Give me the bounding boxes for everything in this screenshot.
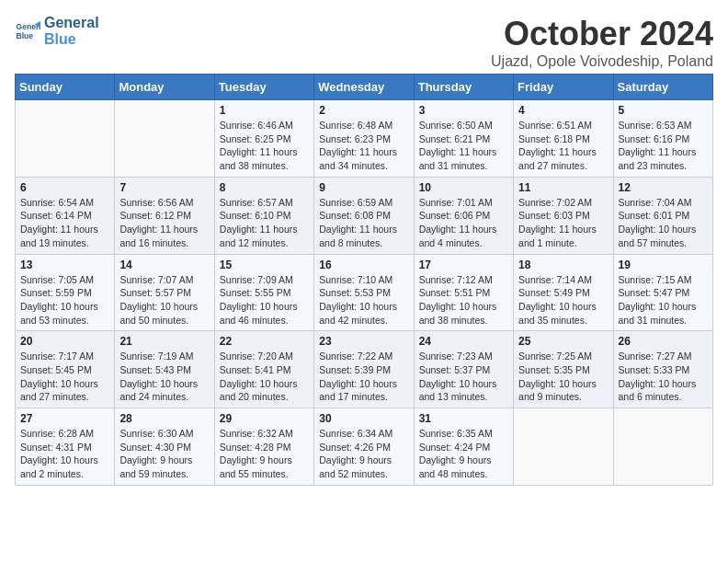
- day-number: 21: [119, 335, 209, 348]
- day-number: 1: [220, 104, 309, 117]
- header-saturday: Saturday: [613, 75, 712, 100]
- day-number: 15: [220, 259, 309, 271]
- day-number: 2: [319, 104, 408, 117]
- day-number: 5: [619, 104, 708, 117]
- day-number: 18: [518, 259, 608, 271]
- day-cell: 1Sunrise: 6:46 AM Sunset: 6:25 PM Daylig…: [214, 100, 313, 178]
- day-number: 7: [119, 181, 209, 194]
- day-cell: 28Sunrise: 6:30 AM Sunset: 4:30 PM Dayli…: [115, 408, 214, 486]
- day-info: Sunrise: 6:59 AM Sunset: 6:08 PM Dayligh…: [319, 196, 408, 250]
- day-info: Sunrise: 7:20 AM Sunset: 5:41 PM Dayligh…: [220, 350, 309, 404]
- day-info: Sunrise: 7:01 AM Sunset: 6:06 PM Dayligh…: [419, 196, 508, 250]
- day-number: 9: [319, 181, 408, 194]
- day-info: Sunrise: 6:56 AM Sunset: 6:12 PM Dayligh…: [119, 196, 209, 250]
- day-cell: 19Sunrise: 7:15 AM Sunset: 5:47 PM Dayli…: [613, 254, 712, 331]
- day-cell: 14Sunrise: 7:07 AM Sunset: 5:57 PM Dayli…: [115, 254, 214, 331]
- day-info: Sunrise: 6:48 AM Sunset: 6:23 PM Dayligh…: [319, 119, 408, 173]
- day-cell: 18Sunrise: 7:14 AM Sunset: 5:49 PM Dayli…: [514, 254, 613, 331]
- week-row-4: 20Sunrise: 7:17 AM Sunset: 5:45 PM Dayli…: [16, 331, 713, 408]
- day-number: 29: [220, 412, 309, 425]
- day-info: Sunrise: 6:28 AM Sunset: 4:31 PM Dayligh…: [20, 427, 109, 481]
- day-info: Sunrise: 7:25 AM Sunset: 5:35 PM Dayligh…: [518, 350, 608, 404]
- header-tuesday: Tuesday: [214, 75, 313, 100]
- day-cell: [115, 100, 214, 178]
- day-cell: 6Sunrise: 6:54 AM Sunset: 6:14 PM Daylig…: [16, 177, 115, 254]
- day-cell: 23Sunrise: 7:22 AM Sunset: 5:39 PM Dayli…: [314, 331, 414, 408]
- day-number: 11: [518, 181, 608, 194]
- day-cell: 30Sunrise: 6:34 AM Sunset: 4:26 PM Dayli…: [314, 408, 414, 486]
- day-cell: 20Sunrise: 7:17 AM Sunset: 5:45 PM Dayli…: [16, 331, 115, 408]
- day-info: Sunrise: 7:09 AM Sunset: 5:55 PM Dayligh…: [220, 273, 309, 327]
- day-cell: 15Sunrise: 7:09 AM Sunset: 5:55 PM Dayli…: [214, 254, 313, 331]
- day-cell: 2Sunrise: 6:48 AM Sunset: 6:23 PM Daylig…: [314, 100, 414, 178]
- day-number: 6: [20, 181, 109, 194]
- week-row-2: 6Sunrise: 6:54 AM Sunset: 6:14 PM Daylig…: [16, 177, 713, 254]
- day-number: 24: [419, 335, 508, 348]
- day-cell: 11Sunrise: 7:02 AM Sunset: 6:03 PM Dayli…: [514, 177, 613, 254]
- calendar-header: SundayMondayTuesdayWednesdayThursdayFrid…: [16, 75, 713, 100]
- day-cell: 29Sunrise: 6:32 AM Sunset: 4:28 PM Dayli…: [214, 408, 313, 486]
- day-number: 8: [220, 181, 309, 194]
- header-wednesday: Wednesday: [314, 75, 414, 100]
- day-cell: 31Sunrise: 6:35 AM Sunset: 4:24 PM Dayli…: [414, 408, 513, 486]
- day-number: 12: [619, 181, 708, 194]
- day-number: 10: [419, 181, 508, 194]
- logo-icon: General Blue: [15, 18, 40, 44]
- day-cell: [613, 408, 712, 486]
- calendar-title-area: October 2024 Ujazd, Opole Voivodeship, P…: [491, 15, 713, 70]
- day-info: Sunrise: 7:15 AM Sunset: 5:47 PM Dayligh…: [619, 273, 708, 327]
- day-info: Sunrise: 7:12 AM Sunset: 5:51 PM Dayligh…: [419, 273, 508, 327]
- logo-blue: Blue: [44, 31, 99, 48]
- day-info: Sunrise: 6:30 AM Sunset: 4:30 PM Dayligh…: [119, 427, 209, 481]
- day-cell: 16Sunrise: 7:10 AM Sunset: 5:53 PM Dayli…: [314, 254, 414, 331]
- location-title: Ujazd, Opole Voivodeship, Poland: [491, 53, 713, 70]
- day-cell: 24Sunrise: 7:23 AM Sunset: 5:37 PM Dayli…: [414, 331, 513, 408]
- day-cell: 13Sunrise: 7:05 AM Sunset: 5:59 PM Dayli…: [16, 254, 115, 331]
- header-row: SundayMondayTuesdayWednesdayThursdayFrid…: [16, 75, 713, 100]
- week-row-1: 1Sunrise: 6:46 AM Sunset: 6:25 PM Daylig…: [16, 100, 713, 178]
- day-number: 16: [319, 259, 408, 271]
- day-number: 17: [419, 259, 508, 271]
- header-sunday: Sunday: [16, 75, 115, 100]
- day-number: 19: [619, 259, 708, 271]
- header-monday: Monday: [115, 75, 214, 100]
- week-row-5: 27Sunrise: 6:28 AM Sunset: 4:31 PM Dayli…: [16, 408, 713, 486]
- day-number: 25: [518, 335, 608, 348]
- day-cell: 9Sunrise: 6:59 AM Sunset: 6:08 PM Daylig…: [314, 177, 414, 254]
- day-number: 4: [518, 104, 608, 117]
- calendar-table: SundayMondayTuesdayWednesdayThursdayFrid…: [15, 74, 713, 486]
- day-number: 14: [119, 259, 209, 271]
- month-year-title: October 2024: [491, 15, 713, 53]
- day-number: 30: [319, 412, 408, 425]
- logo-general: General: [44, 15, 99, 31]
- day-number: 26: [619, 335, 708, 348]
- day-number: 22: [220, 335, 309, 348]
- day-number: 23: [319, 335, 408, 348]
- day-cell: 3Sunrise: 6:50 AM Sunset: 6:21 PM Daylig…: [414, 100, 513, 178]
- day-info: Sunrise: 7:10 AM Sunset: 5:53 PM Dayligh…: [319, 273, 408, 327]
- day-cell: 8Sunrise: 6:57 AM Sunset: 6:10 PM Daylig…: [214, 177, 313, 254]
- day-cell: 27Sunrise: 6:28 AM Sunset: 4:31 PM Dayli…: [16, 408, 115, 486]
- day-number: 27: [20, 412, 109, 425]
- day-info: Sunrise: 6:54 AM Sunset: 6:14 PM Dayligh…: [20, 196, 109, 250]
- day-info: Sunrise: 7:04 AM Sunset: 6:01 PM Dayligh…: [619, 196, 708, 250]
- day-number: 28: [119, 412, 209, 425]
- day-info: Sunrise: 6:32 AM Sunset: 4:28 PM Dayligh…: [220, 427, 309, 481]
- day-number: 3: [419, 104, 508, 117]
- day-cell: 21Sunrise: 7:19 AM Sunset: 5:43 PM Dayli…: [115, 331, 214, 408]
- day-info: Sunrise: 6:51 AM Sunset: 6:18 PM Dayligh…: [518, 119, 608, 173]
- day-info: Sunrise: 7:17 AM Sunset: 5:45 PM Dayligh…: [20, 350, 109, 404]
- week-row-3: 13Sunrise: 7:05 AM Sunset: 5:59 PM Dayli…: [16, 254, 713, 331]
- header-friday: Friday: [514, 75, 613, 100]
- header-thursday: Thursday: [414, 75, 513, 100]
- day-info: Sunrise: 7:05 AM Sunset: 5:59 PM Dayligh…: [20, 273, 109, 327]
- day-number: 31: [419, 412, 508, 425]
- day-number: 13: [20, 259, 109, 271]
- day-info: Sunrise: 6:46 AM Sunset: 6:25 PM Dayligh…: [220, 119, 309, 173]
- day-cell: 12Sunrise: 7:04 AM Sunset: 6:01 PM Dayli…: [613, 177, 712, 254]
- day-cell: 5Sunrise: 6:53 AM Sunset: 6:16 PM Daylig…: [613, 100, 712, 178]
- day-cell: 17Sunrise: 7:12 AM Sunset: 5:51 PM Dayli…: [414, 254, 513, 331]
- day-info: Sunrise: 7:27 AM Sunset: 5:33 PM Dayligh…: [619, 350, 708, 404]
- day-info: Sunrise: 7:23 AM Sunset: 5:37 PM Dayligh…: [419, 350, 508, 404]
- day-info: Sunrise: 6:50 AM Sunset: 6:21 PM Dayligh…: [419, 119, 508, 173]
